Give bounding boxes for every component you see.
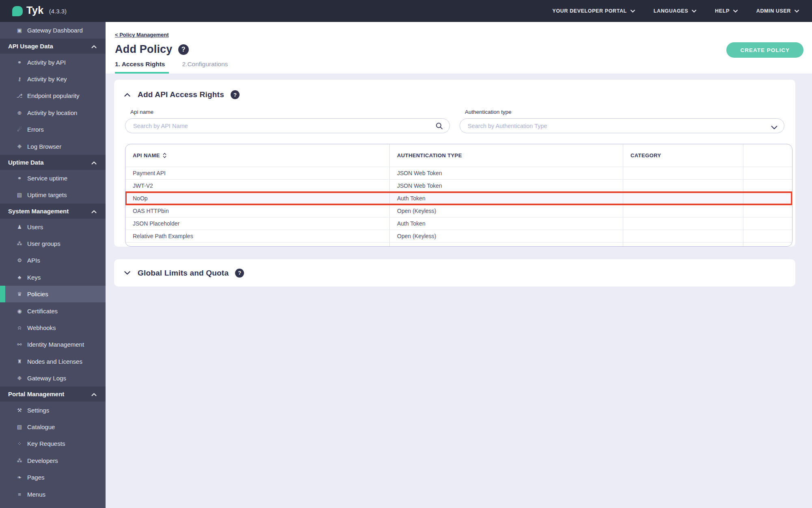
sidebar-item-certificates[interactable]: ◉Certificates	[0, 302, 106, 319]
sidebar-item-label: Gateway Dashboard	[27, 27, 83, 34]
table-row[interactable]: Relative Path Examples Open (Keyless)	[125, 230, 792, 242]
topbar-menu[interactable]: LANGUAGES	[654, 8, 696, 14]
global-limits-card: Global Limits and Quota ?	[114, 259, 795, 287]
topbar-menu[interactable]: YOUR DEVELOPER PORTAL	[553, 8, 635, 14]
collapse-chevron-down-icon[interactable]	[123, 271, 131, 275]
auth-type-select[interactable]: Search by Authentication Type	[460, 118, 784, 133]
sidebar-item-activity-by-api[interactable]: ⚭Activity by API	[0, 54, 106, 70]
sidebar-item-identity-management[interactable]: ⚯Identity Management	[0, 336, 106, 353]
cell-category	[623, 167, 743, 179]
sidebar-item-label: Nodes and Licenses	[27, 358, 82, 365]
collapse-chevron-up-icon[interactable]	[123, 93, 131, 97]
bank-icon: ♜	[15, 358, 24, 365]
table-row[interactable]: JWT-V2 JSON Web Token	[125, 179, 792, 192]
sidebar-item-activity-by-location[interactable]: ⊕Activity by location	[0, 104, 106, 121]
chevron-up-icon	[91, 159, 97, 166]
sidebar-item-log-browser[interactable]: ❉Log Browser	[0, 138, 106, 154]
sidebar-item-gateway-dashboard[interactable]: ▣Gateway Dashboard	[0, 22, 106, 39]
sidebar-item-label: Activity by Key	[27, 76, 67, 82]
chevron-down-icon	[733, 8, 738, 14]
menu-icon: ≡	[15, 491, 24, 497]
table-row[interactable]: OAS HTTPbin Open (Keyless)	[125, 204, 792, 217]
table-row[interactable]: JSON Placeholder Auth Token	[125, 217, 792, 230]
cell-api-name: JWT-V2	[125, 180, 390, 192]
user-icon: ♟	[15, 224, 24, 230]
column-label: CATEGORY	[631, 152, 661, 158]
cell-auth-type: Open (Keyless)	[390, 230, 623, 242]
sidebar-item-label: Activity by location	[27, 109, 77, 116]
sidebar-item-label: APIs	[27, 257, 40, 264]
sidebar-item-users[interactable]: ♟Users	[0, 219, 106, 235]
sidebar-item-pages[interactable]: ❧Pages	[0, 469, 106, 486]
sidebar-item-policies[interactable]: ♛Policies	[0, 286, 106, 302]
tab[interactable]: 1. Access Rights	[115, 61, 169, 74]
sidebar-item-label: Identity Management	[27, 341, 84, 348]
cell-empty	[743, 217, 792, 230]
sidebar-section-label: API Usage Data	[8, 43, 53, 50]
create-policy-button[interactable]: CREATE POLICY	[726, 42, 803, 58]
cell-empty	[743, 230, 792, 242]
sidebar-item-settings[interactable]: ⚒Settings	[0, 402, 106, 418]
sidebar-item-label: Errors	[27, 126, 44, 133]
topbar-menu[interactable]: HELP	[715, 8, 738, 14]
monitor-icon: ▣	[15, 27, 24, 33]
tab[interactable]: 2.Configurations	[182, 61, 232, 74]
sidebar-item-label: Service uptime	[27, 175, 67, 182]
breadcrumb[interactable]: < Policy Management	[115, 32, 169, 38]
table-row[interactable]: Payment API JSON Web Token	[125, 167, 792, 179]
column-header-empty	[743, 144, 792, 167]
sidebar-item-service-uptime[interactable]: ⚭Service uptime	[0, 170, 106, 187]
sidebar-item-key-requests[interactable]: ⁘Key Requests	[0, 435, 106, 452]
topbar-menu-label: HELP	[715, 8, 730, 14]
sidebar-item-catalogue[interactable]: ▤Catalogue	[0, 419, 106, 435]
chevron-down-icon	[795, 8, 799, 14]
sidebar-item-uptime-targets[interactable]: ▤Uptime targets	[0, 187, 106, 203]
sidebar-item-webhooks[interactable]: ⍾Webhooks	[0, 319, 106, 336]
certificate-icon: ◉	[15, 308, 24, 314]
cell-auth-type: JSON Web Token	[390, 180, 623, 192]
search-icon[interactable]	[436, 122, 443, 131]
sidebar-item-errors[interactable]: ☄Errors	[0, 121, 106, 138]
help-icon[interactable]: ?	[235, 269, 244, 278]
sidebar-section-api-usage-data[interactable]: API Usage Data	[0, 39, 106, 54]
sidebar-item-menus[interactable]: ≡Menus	[0, 486, 106, 502]
sidebar-item-nodes-and-licenses[interactable]: ♜Nodes and Licenses	[0, 353, 106, 370]
sidebar-section-system-management[interactable]: System Management	[0, 204, 106, 219]
bomb-icon: ☄	[15, 126, 24, 132]
sidebar-item-user-groups[interactable]: ⁂User groups	[0, 235, 106, 252]
bell-icon: ⍾	[15, 325, 24, 331]
topbar: Tyk (4.3.3) YOUR DEVELOPER PORTAL LANGUA…	[0, 0, 812, 22]
tyk-logo[interactable]: Tyk (4.3.3)	[12, 6, 67, 16]
sidebar-section-label: Portal Management	[8, 391, 64, 397]
branch-icon: ⎇	[15, 93, 24, 99]
sidebar-item-label: Certificates	[27, 308, 58, 315]
cell-category	[623, 192, 743, 204]
sidebar-item-label: Settings	[27, 407, 49, 414]
sidebar-item-activity-by-key[interactable]: ⚷Activity by Key	[0, 71, 106, 87]
sidebar-item-label: User groups	[27, 240, 60, 247]
cell-empty	[743, 192, 792, 204]
help-icon[interactable]: ?	[231, 90, 240, 99]
sidebar-item-apis[interactable]: ⚙APIs	[0, 252, 106, 269]
column-header-auth-type[interactable]: AUTHENTICATION TYPE	[390, 144, 623, 167]
column-label: AUTHENTICATION TYPE	[397, 152, 462, 158]
column-header-api-name[interactable]: API NAME	[125, 144, 390, 167]
sidebar-item-endpoint-popularity[interactable]: ⎇Endpoint popularity	[0, 87, 106, 104]
sort-icon[interactable]	[163, 153, 166, 158]
sidebar-item-keys[interactable]: ♣Keys	[0, 269, 106, 286]
sidebar-item-label: Webhooks	[27, 324, 56, 331]
list-icon: ▤	[15, 424, 24, 430]
column-label: API NAME	[133, 152, 160, 158]
help-icon[interactable]: ?	[178, 44, 189, 55]
topbar-menu[interactable]: ADMIN USER	[756, 8, 799, 14]
page-header: < Policy Management Add Policy ? CREATE …	[106, 22, 812, 74]
sidebar-item-developers[interactable]: ⁂Developers	[0, 452, 106, 469]
sidebar-item-gateway-logs[interactable]: ❉Gateway Logs	[0, 370, 106, 386]
table-row[interactable]: Rectified Posts Open (Keyless)	[125, 242, 792, 247]
api-name-label: Api name	[130, 109, 450, 115]
sidebar-section-uptime-data[interactable]: Uptime Data	[0, 155, 106, 170]
api-name-search-input[interactable]	[125, 119, 449, 133]
column-header-category[interactable]: CATEGORY	[623, 144, 743, 167]
table-row[interactable]: NoOp Auth Token	[125, 192, 792, 204]
sidebar-section-portal-management[interactable]: Portal Management	[0, 386, 106, 402]
